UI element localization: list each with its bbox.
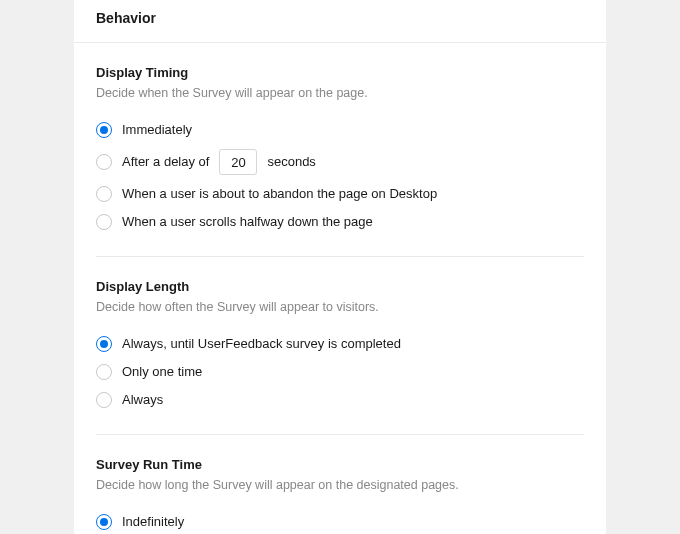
radio-indefinitely[interactable]: Indefinitely <box>96 508 584 534</box>
display-length-heading: Display Length <box>96 279 584 294</box>
radio-after-delay[interactable]: After a delay of seconds <box>96 144 584 180</box>
run-time-desc: Decide how long the Survey will appear o… <box>96 478 584 492</box>
radio-label: When a user is about to abandon the page… <box>122 185 437 203</box>
radio-icon <box>96 336 112 352</box>
section-run-time: Survey Run Time Decide how long the Surv… <box>74 435 606 534</box>
radio-icon <box>96 514 112 530</box>
delay-seconds-input[interactable] <box>219 149 257 175</box>
radio-icon <box>96 214 112 230</box>
radio-icon <box>96 364 112 380</box>
radio-immediately[interactable]: Immediately <box>96 116 584 144</box>
radio-only-once[interactable]: Only one time <box>96 358 584 386</box>
radio-icon <box>96 122 112 138</box>
radio-label: Immediately <box>122 121 192 139</box>
radio-label: Always, until UserFeedback survey is com… <box>122 335 401 353</box>
display-length-desc: Decide how often the Survey will appear … <box>96 300 584 314</box>
radio-label: Always <box>122 391 163 409</box>
radio-always[interactable]: Always <box>96 386 584 414</box>
section-display-length: Display Length Decide how often the Surv… <box>74 257 606 434</box>
radio-icon <box>96 186 112 202</box>
section-display-timing: Display Timing Decide when the Survey wi… <box>74 43 606 256</box>
radio-icon <box>96 392 112 408</box>
radio-icon <box>96 154 112 170</box>
delay-prefix: After a delay of <box>122 153 209 171</box>
radio-abandon-page[interactable]: When a user is about to abandon the page… <box>96 180 584 208</box>
display-timing-heading: Display Timing <box>96 65 584 80</box>
radio-label: Only one time <box>122 363 202 381</box>
display-timing-desc: Decide when the Survey will appear on th… <box>96 86 584 100</box>
radio-until-complete[interactable]: Always, until UserFeedback survey is com… <box>96 330 584 358</box>
radio-label: After a delay of seconds <box>122 149 316 175</box>
radio-label: When a user scrolls halfway down the pag… <box>122 213 373 231</box>
panel-header: Behavior <box>74 0 606 43</box>
run-time-heading: Survey Run Time <box>96 457 584 472</box>
panel-title: Behavior <box>96 10 584 26</box>
radio-label: Indefinitely <box>122 513 184 531</box>
behavior-panel: Behavior Display Timing Decide when the … <box>74 0 606 534</box>
delay-suffix: seconds <box>267 153 315 171</box>
radio-scroll-halfway[interactable]: When a user scrolls halfway down the pag… <box>96 208 584 236</box>
